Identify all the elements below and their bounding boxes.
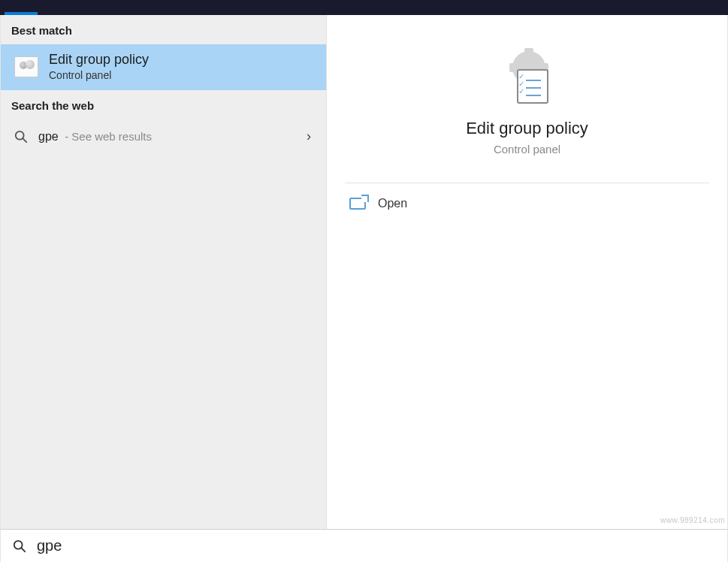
web-result-hint: - See web results xyxy=(65,130,152,143)
web-result-query: gpe xyxy=(38,130,59,143)
best-match-text: Edit group policy Control panel xyxy=(49,52,149,81)
search-icon xyxy=(14,130,28,144)
detail-header: Edit group policy Control panel xyxy=(327,15,727,183)
chevron-right-icon: › xyxy=(307,128,316,144)
svg-point-0 xyxy=(16,131,24,139)
results-left-panel: Best match Edit group policy Control pan… xyxy=(1,15,327,529)
group-policy-hero-icon xyxy=(500,51,554,105)
search-input[interactable] xyxy=(37,537,715,554)
taskbar-search-box[interactable] xyxy=(0,529,728,562)
svg-line-1 xyxy=(23,138,27,142)
title-bar xyxy=(0,0,728,15)
detail-title: Edit group policy xyxy=(466,119,588,138)
best-match-header: Best match xyxy=(1,15,326,44)
search-results-window: Best match Edit group policy Control pan… xyxy=(0,15,728,529)
search-web-header: Search the web xyxy=(1,90,326,119)
results-detail-panel: Edit group policy Control panel Open xyxy=(327,15,727,529)
watermark: www.989214.com xyxy=(660,516,725,524)
open-action[interactable]: Open xyxy=(327,183,727,224)
svg-line-3 xyxy=(22,548,26,551)
detail-subtitle: Control panel xyxy=(494,143,560,156)
svg-point-2 xyxy=(14,540,23,548)
best-match-subtitle: Control panel xyxy=(49,69,149,81)
search-icon xyxy=(13,539,26,553)
open-icon xyxy=(349,198,366,210)
web-search-result[interactable]: gpe - See web results › xyxy=(1,119,326,153)
best-match-title: Edit group policy xyxy=(49,52,149,68)
open-action-label: Open xyxy=(378,197,407,210)
best-match-result[interactable]: Edit group policy Control panel xyxy=(1,44,326,90)
control-panel-icon xyxy=(14,56,38,77)
tab-accent xyxy=(5,12,38,15)
